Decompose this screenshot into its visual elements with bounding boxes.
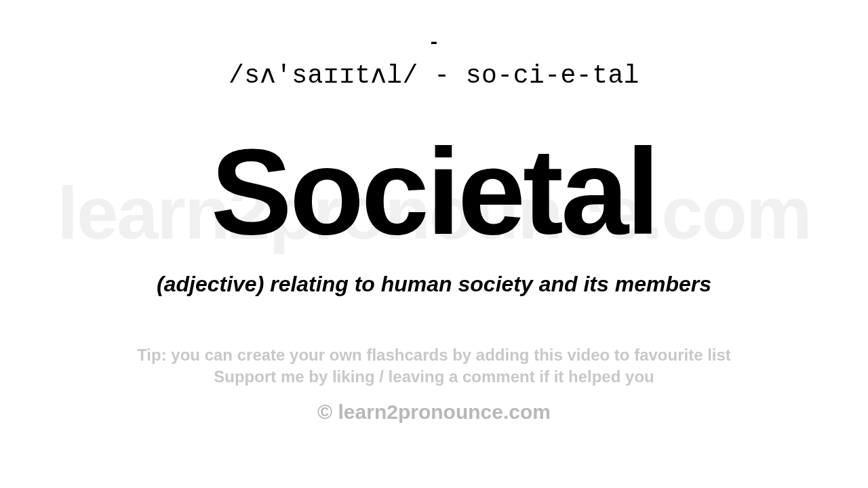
copyright-text: © learn2pronounce.com — [317, 401, 551, 424]
word-title: Societal — [211, 131, 657, 253]
tip-line-2: Support me by liking / leaving a comment… — [137, 366, 731, 388]
tip-line-1: Tip: you can create your own flashcards … — [137, 344, 731, 366]
dash-mark: - — [429, 33, 440, 54]
tip-text: Tip: you can create your own flashcards … — [137, 344, 731, 388]
main-content: - /sʌ'saɪɪtʌl/ - so-ci-e-tal Societal (a… — [0, 0, 868, 488]
ipa-pronunciation: /sʌ'saɪɪtʌl/ - so-ci-e-tal — [229, 59, 639, 90]
definition-text: (adjective) relating to human society an… — [157, 272, 711, 297]
